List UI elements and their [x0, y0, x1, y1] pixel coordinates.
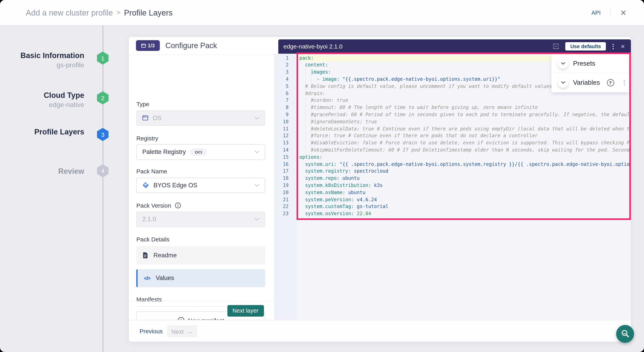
code-line[interactable]: 23system.osVersion: 22.04	[274, 210, 631, 218]
step-label: Cloud Type	[0, 91, 84, 100]
step-number: 4	[101, 167, 104, 174]
editor-kebab-menu-icon[interactable]	[612, 43, 614, 50]
breadcrumb-wizard-title[interactable]: Add a new cluster profile	[26, 8, 113, 17]
presets-expand-icon[interactable]	[558, 58, 568, 69]
code-line[interactable]: 22system.customTag: gs-tutorial	[274, 203, 631, 211]
yaml-editor: 1pack:2content:3images:4- image: "{{.spe…	[274, 54, 631, 319]
api-link[interactable]: API	[591, 10, 601, 16]
pack-version-label: Pack Version	[136, 202, 171, 209]
pack-details-label: Pack Details	[136, 236, 170, 242]
next-button[interactable]: Next →	[167, 325, 197, 337]
close-wizard-icon[interactable]: ✕	[620, 9, 626, 17]
step-hexagon-2[interactable]: 2	[97, 91, 108, 104]
code-line[interactable]: 19system.k8sDistribution: k3s	[274, 182, 631, 189]
presets-row: Presets	[551, 54, 629, 73]
values-tab[interactable]: </> Values	[136, 269, 265, 287]
chevron-down-icon	[254, 184, 260, 187]
code-line[interactable]: 14#skipWaitForDeleteTimeout: 60 # If pod…	[274, 147, 631, 154]
indent-guide	[305, 62, 306, 154]
presets-variables-panel: Presets Variables ?	[551, 54, 629, 92]
line-number: 13	[274, 140, 296, 147]
code-line[interactable]: 9#gracePeriod: 60 # Period of time in se…	[274, 111, 631, 119]
editor-pack-title: edge-native-byoi 2.1.0	[284, 43, 342, 50]
line-number: 19	[274, 182, 296, 189]
line-number: 5	[274, 83, 296, 90]
line-number: 2	[274, 62, 296, 69]
code-line[interactable]: 18system.repo: ubuntu	[274, 175, 631, 182]
step-number: 3	[101, 131, 104, 138]
use-defaults-button[interactable]: Use defaults	[566, 42, 606, 51]
chevron-down-icon	[254, 218, 260, 221]
pack-name-label: Pack Name	[136, 168, 167, 175]
step-sublabel: gs-profile	[0, 61, 84, 69]
info-icon[interactable]	[175, 202, 181, 208]
variables-kebab-menu-icon[interactable]	[623, 79, 626, 86]
code-line[interactable]: 12#force: true # Continue even if there …	[274, 133, 631, 140]
chevron-down-icon	[254, 151, 260, 154]
type-label: Type	[136, 101, 149, 107]
line-number: 23	[274, 210, 296, 218]
help-search-fab[interactable]	[616, 325, 634, 343]
line-number: 4	[274, 76, 296, 83]
code-line[interactable]: 16system.uri: "{{ .spectro.pack.edge-nat…	[274, 161, 631, 168]
step-label: Review	[0, 167, 84, 176]
code-line[interactable]: 11#deleteLocalData: true # Continue even…	[274, 126, 631, 133]
line-number: 20	[274, 189, 296, 196]
step-hexagon-4[interactable]: 4	[97, 164, 108, 177]
line-number: 17	[274, 168, 296, 175]
code-line[interactable]: 21system.peVersion: v4.6.24	[274, 196, 631, 203]
step-hexagon-3[interactable]: 3	[97, 128, 108, 141]
palette-cluster-profile-wizard: Add a new cluster profile > Profile Laye…	[0, 0, 644, 352]
code-line[interactable]: 20system.osName: ubuntu	[274, 189, 631, 196]
stepper-item-basic-information: Basic Information gs-profile	[0, 51, 84, 69]
code-brackets-icon: </>	[144, 275, 150, 281]
code-line[interactable]: 17system.registry: spectrocloud	[274, 168, 631, 175]
pack-step-count: 1/3	[148, 43, 155, 48]
variables-label[interactable]: Variables	[573, 79, 600, 86]
previous-button[interactable]: Previous	[140, 320, 163, 342]
variables-help-icon[interactable]: ?	[607, 79, 614, 86]
oci-badge: OCI	[190, 148, 207, 156]
code-line[interactable]: 8#timeout: 60 # The length of time to wa…	[274, 104, 631, 111]
card-footer-divider	[129, 301, 274, 301]
breadcrumb: Add a new cluster profile > Profile Laye…	[26, 0, 172, 26]
next-layer-button[interactable]: Next layer	[227, 305, 264, 316]
pack-name-select[interactable]: BYOS Edge OS	[136, 178, 265, 193]
code-line[interactable]: 15options:	[274, 154, 631, 161]
indent-guide	[311, 69, 311, 83]
stepper-item-profile-layers: Profile Layers	[0, 128, 84, 136]
pack-version-select[interactable]: 2.1.0	[136, 212, 265, 227]
code-line[interactable]: 10#ignoreDaemonSets: true	[274, 119, 631, 126]
step-number: 1	[101, 55, 104, 62]
line-number: 22	[274, 203, 296, 211]
line-number: 7	[274, 97, 296, 104]
line-number: 12	[274, 133, 296, 140]
line-number: 15	[274, 154, 296, 161]
spectro-pack-logo-icon	[142, 182, 149, 189]
top-bar: Add a new cluster profile > Profile Laye…	[0, 0, 644, 26]
window-icon	[141, 44, 146, 48]
line-number: 9	[274, 111, 296, 119]
chevron-down-icon	[254, 117, 260, 120]
variables-expand-icon[interactable]	[558, 77, 568, 88]
readme-tab[interactable]: Readme	[136, 246, 265, 264]
merge-view-icon[interactable]	[553, 44, 560, 50]
stepper-item-cloud-type: Cloud Type edge-native	[0, 91, 84, 109]
code-line[interactable]: 13#disableEviction: false # Force drain …	[274, 140, 631, 147]
variables-row: Variables ?	[551, 73, 629, 92]
step-number: 2	[101, 95, 104, 101]
arrow-right-icon: →	[187, 328, 193, 335]
registry-value: Palette Registry	[142, 149, 186, 156]
wizard-footer: Previous Next →	[129, 319, 631, 342]
presets-label[interactable]: Presets	[573, 60, 595, 67]
registry-select[interactable]: Palette Registry OCI	[136, 144, 265, 160]
next-label: Next	[171, 328, 184, 335]
card-header-divider	[129, 55, 274, 55]
line-number: 11	[274, 126, 296, 133]
type-select[interactable]: OS	[136, 110, 265, 126]
step-hexagon-1[interactable]: 1	[97, 52, 108, 65]
profile-layers-panel: 1/3 Configure Pack Type OS Registry Pale…	[129, 37, 631, 342]
registry-label: Registry	[136, 135, 158, 141]
code-line[interactable]: 7#cordon: true	[274, 97, 631, 104]
editor-close-icon[interactable]: ✕	[620, 43, 625, 50]
